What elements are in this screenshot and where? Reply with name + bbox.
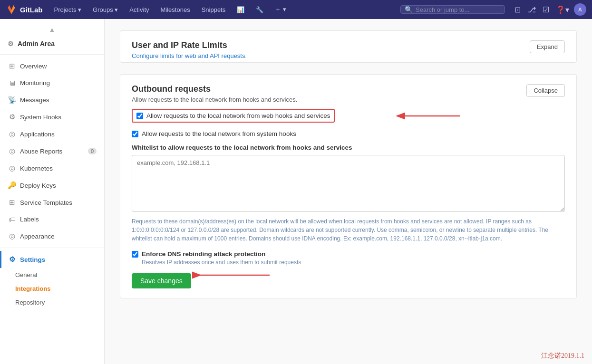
plus-menu[interactable]: ＋ ▾ (271, 3, 290, 16)
sidebar-sub-label-integrations: Integrations (15, 285, 50, 292)
dns-label: Enforce DNS rebinding attack protection (142, 250, 265, 258)
sidebar-item-overview[interactable]: ⊞ Overview (0, 57, 104, 75)
allow-webhooks-checkbox[interactable] (136, 113, 143, 119)
save-btn-container: Save changes (132, 266, 191, 288)
user-rate-header: User and IP Rate Limits Configure limits… (120, 31, 576, 62)
groups-menu[interactable]: Groups ▾ (89, 4, 122, 15)
projects-menu[interactable]: Projects ▾ (50, 4, 86, 15)
service-templates-icon: ⊞ (8, 198, 16, 207)
app-layout: ▲ ⚙ Admin Area ⊞ Overview 🖥 Monitoring 📡… (0, 19, 592, 364)
sidebar-sub-integrations[interactable]: Integrations (0, 282, 104, 296)
todos-icon-btn[interactable]: ☑ (541, 3, 551, 16)
sidebar-header: ⚙ Admin Area (0, 35, 104, 55)
sidebar-label-settings: Settings (20, 256, 45, 263)
allow-system-hooks-checkbox[interactable] (132, 131, 138, 137)
admin-area-icon: ⚙ (8, 40, 14, 48)
sidebar-label-appearance: Appearance (20, 233, 55, 240)
milestones-link[interactable]: Milestones (157, 4, 194, 15)
settings-icon: ⚙ (8, 255, 16, 264)
main-content: User and IP Rate Limits Configure limits… (105, 19, 592, 364)
search-input[interactable] (416, 6, 501, 13)
sidebar-item-labels[interactable]: 🏷 Labels (0, 211, 104, 228)
save-changes-button[interactable]: Save changes (132, 273, 191, 288)
deploy-keys-icon: 🔑 (8, 181, 16, 190)
sidebar-label-applications: Applications (20, 131, 55, 138)
sidebar-item-settings[interactable]: ⚙ Settings (0, 251, 104, 268)
outbound-body: Allow requests to the local network from… (120, 109, 576, 298)
system-hooks-icon: ⚙ (8, 113, 16, 121)
nav-icons: ⊡ ⎇ ☑ ❓▾ A (513, 3, 586, 16)
gitlab-logo[interactable]: GitLab (6, 4, 43, 15)
dns-section: Enforce DNS rebinding attack protection … (132, 250, 565, 266)
sidebar-label-monitoring: Monitoring (20, 79, 50, 86)
sidebar-item-appearance[interactable]: ◎ Appearance (0, 228, 104, 245)
issues-icon-btn[interactable]: ⊡ (513, 3, 523, 16)
user-rate-title: User and IP Rate Limits (132, 40, 247, 50)
arrow-annotation-2 (194, 270, 289, 285)
whitelist-textarea[interactable] (132, 155, 565, 212)
whitelist-help-text: Requests to these domain(s)/address(es) … (132, 217, 565, 243)
sidebar-item-monitoring[interactable]: 🖥 Monitoring (0, 75, 104, 91)
sidebar-divider (0, 248, 104, 248)
sidebar-label-messages: Messages (20, 96, 49, 104)
chart-icon-btn[interactable]: 📊 (233, 4, 248, 15)
dns-protection-checkbox[interactable] (132, 251, 138, 258)
outbound-title-block: Outbound requests Allow requests to the … (132, 84, 297, 103)
dns-checkbox-row[interactable]: Enforce DNS rebinding attack protection (132, 250, 565, 258)
appearance-icon: ◎ (8, 232, 16, 240)
top-navigation: GitLab Projects ▾ Groups ▾ Activity Mile… (0, 0, 592, 19)
sidebar-sub-general[interactable]: General (0, 268, 104, 282)
sidebar-item-messages[interactable]: 📡 Messages (0, 91, 104, 108)
help-menu[interactable]: ❓▾ (554, 3, 571, 16)
messages-icon: 📡 (8, 96, 16, 104)
sidebar-item-kubernetes[interactable]: ◎ Kubernetes (0, 160, 104, 177)
abuse-reports-badge: 0 (88, 148, 97, 154)
user-rate-subtitle: Configure limits for web and API request… (132, 52, 247, 59)
sidebar-label-labels: Labels (20, 216, 39, 223)
arrow-annotation-1 (393, 104, 479, 133)
expand-button[interactable]: Expand (530, 40, 565, 53)
whitelist-label: Whitelist to allow requests to the local… (132, 144, 565, 151)
user-avatar[interactable]: A (574, 3, 586, 16)
sidebar-label-kubernetes: Kubernetes (20, 165, 53, 172)
kubernetes-icon: ◎ (8, 164, 16, 172)
applications-icon: ◎ (8, 130, 16, 138)
overview-icon: ⊞ (8, 62, 16, 70)
labels-icon: 🏷 (8, 215, 16, 223)
sidebar-item-deploy-keys[interactable]: 🔑 Deploy Keys (0, 177, 104, 194)
outbound-subtitle: Allow requests to the local network from… (132, 96, 297, 103)
sidebar-sub-repository[interactable]: Repository (0, 296, 104, 309)
wrench-icon-btn[interactable]: 🔧 (252, 4, 267, 15)
brand-name: GitLab (20, 6, 43, 14)
collapse-button[interactable]: Collapse (526, 84, 565, 97)
sidebar-sub-label-repository: Repository (15, 299, 45, 306)
sidebar-label-abuse-reports: Abuse Reports (20, 148, 62, 155)
activity-link[interactable]: Activity (126, 4, 153, 15)
merge-icon-btn[interactable]: ⎇ (525, 3, 538, 16)
snippets-link[interactable]: Snippets (198, 4, 230, 15)
checkbox2-row[interactable]: Allow requests to the local network from… (132, 130, 565, 137)
sidebar: ▲ ⚙ Admin Area ⊞ Overview 🖥 Monitoring 📡… (0, 19, 105, 364)
sidebar-sub-label-general: General (15, 271, 37, 278)
sidebar-label-deploy-keys: Deploy Keys (20, 182, 56, 189)
search-bar[interactable]: 🔍 (400, 5, 505, 14)
user-rate-title-block: User and IP Rate Limits Configure limits… (132, 40, 247, 59)
sidebar-label-overview: Overview (20, 63, 47, 70)
checkbox1-row[interactable]: Allow requests to the local network from… (132, 109, 335, 123)
sidebar-title: Admin Area (18, 40, 55, 48)
abuse-reports-icon: ◎ (8, 147, 16, 155)
sidebar-item-service-templates[interactable]: ⊞ Service Templates (0, 194, 104, 211)
outbound-header: Outbound requests Allow requests to the … (120, 75, 576, 109)
user-rate-limits-section: User and IP Rate Limits Configure limits… (120, 30, 577, 63)
outbound-requests-section: Outbound requests Allow requests to the … (120, 74, 577, 298)
sidebar-item-abuse-reports[interactable]: ◎ Abuse Reports 0 (0, 143, 104, 160)
checkbox1-container: Allow requests to the local network from… (132, 109, 565, 126)
outbound-title: Outbound requests (132, 84, 297, 94)
monitoring-icon: 🖥 (8, 79, 16, 87)
sidebar-item-system-hooks[interactable]: ⚙ System Hooks (0, 108, 104, 125)
sidebar-item-applications[interactable]: ◎ Applications (0, 125, 104, 143)
checkbox2-label: Allow requests to the local network from… (142, 130, 296, 137)
sidebar-label-system-hooks: System Hooks (20, 114, 61, 121)
checkbox1-label: Allow requests to the local network from… (146, 112, 330, 119)
scroll-up-indicator: ▲ (0, 24, 104, 35)
